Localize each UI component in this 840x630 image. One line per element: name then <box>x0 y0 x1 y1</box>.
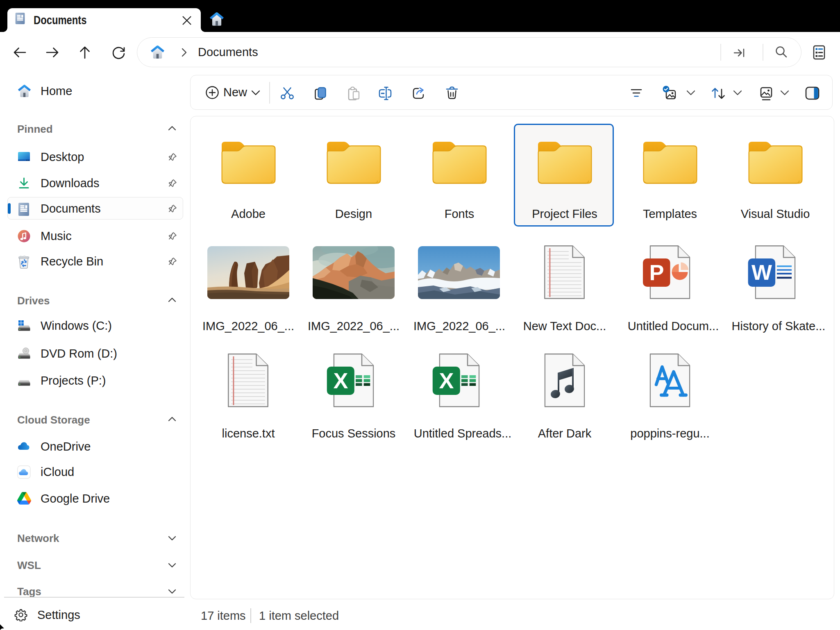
svg-text:X: X <box>439 368 454 393</box>
svg-text:W: W <box>751 261 772 284</box>
svg-text:X: X <box>333 368 348 393</box>
svg-text:P: P <box>649 260 664 285</box>
